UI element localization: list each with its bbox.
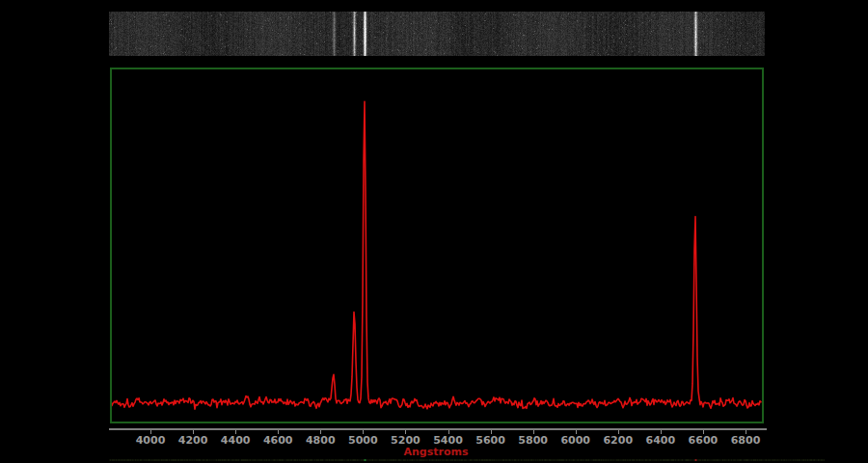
spectrum-display-window: 4000420044004600480050005200540056005800… — [0, 0, 868, 463]
x-tick-label: 4000 — [136, 434, 166, 447]
x-tick-label: 6800 — [731, 434, 761, 447]
mini-preview-strip — [109, 459, 825, 461]
spectrum-2d-image-strip — [109, 12, 765, 56]
x-tick-label: 6600 — [689, 434, 719, 447]
x-tick-label: 5800 — [518, 434, 548, 447]
spectrum-trace — [112, 101, 761, 409]
x-axis-title: Angstroms — [403, 446, 468, 458]
x-axis-line — [109, 428, 767, 430]
x-tick-label: 6200 — [603, 434, 633, 447]
x-tick-label: 4600 — [263, 434, 293, 447]
spectrum-plot-frame — [110, 68, 764, 423]
x-tick-label: 5000 — [348, 434, 378, 447]
x-tick-label: 6400 — [646, 434, 676, 447]
x-tick-label: 5600 — [475, 434, 505, 447]
spectrum-plot-canvas[interactable] — [112, 69, 762, 422]
x-tick-label: 4200 — [178, 434, 208, 447]
x-tick-label: 4400 — [221, 434, 251, 447]
x-tick-label: 6000 — [560, 434, 590, 447]
x-tick-label: 4800 — [306, 434, 336, 447]
